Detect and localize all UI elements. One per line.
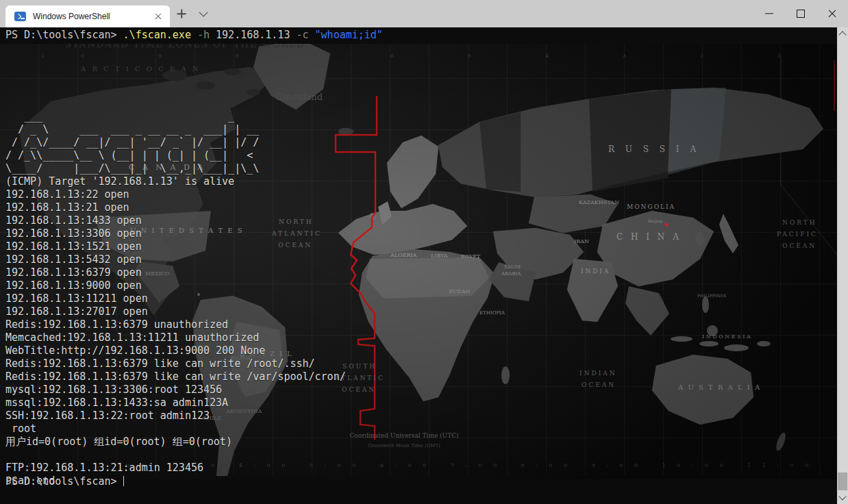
terminal-line: 192.168.1.13:22 open — [5, 188, 346, 201]
terminal-line: Redis:192.168.1.13:6379 unauthorized — [5, 318, 346, 331]
new-tab-button[interactable] — [173, 4, 190, 23]
terminal-line: 192.168.1.13:21 open — [5, 201, 346, 214]
terminal-line: 用户id=0(root) 组id=0(root) 组=0(root) — [5, 436, 346, 449]
terminal-line: 192.168.1.13:11211 open — [5, 292, 346, 305]
terminal-line: 192.168.1.13:1521 open — [5, 240, 346, 253]
terminal-output: ___ _ / _ \ ___ ___ _ __ __ _ ___| | __ … — [5, 71, 346, 488]
scroll-down-icon[interactable] — [837, 492, 848, 503]
terminal-line: / /_\/____/ __|/ __| '__/ _` |/ __| |/ / — [5, 136, 346, 149]
terminal-line: root — [5, 423, 346, 436]
close-button[interactable] — [816, 0, 848, 27]
terminal-line: 192.168.1.13:1433 open — [5, 214, 346, 227]
window-controls — [753, 0, 848, 27]
screen: { "titlebar": { "tab_title": "Windows Po… — [0, 0, 848, 504]
scrollbar-thumb[interactable] — [838, 473, 847, 490]
terminal-line: 192.168.1.13:9000 open — [5, 279, 346, 292]
maximize-button[interactable] — [785, 0, 816, 27]
terminal-line: 192.168.1.13:27017 open — [5, 305, 346, 318]
tab-dropdown-icon[interactable] — [195, 5, 212, 22]
tab-close-icon[interactable] — [151, 9, 166, 24]
titlebar[interactable]: Windows PowerShell — [0, 0, 848, 27]
terminal-line: Redis:192.168.1.13:6379 like can write /… — [5, 370, 346, 383]
terminal-line: / /_\\_____\__ \ (__| | | (_| | (__| < — [5, 149, 346, 162]
target-host: 192.168.1.13 — [216, 29, 290, 41]
flag-host: -h — [197, 29, 210, 41]
scroll-up-icon[interactable] — [837, 29, 848, 40]
terminal-line: 192.168.1.13:5432 open — [5, 253, 346, 266]
vertical-scrollbar[interactable] — [837, 27, 848, 504]
prompt-text: PS D:\tools\fscan> — [5, 29, 117, 41]
tab-title: Windows PowerShell — [33, 12, 151, 21]
terminal-line: mssql:192.168.1.13:1433:sa admin123A — [5, 396, 346, 410]
terminal-line: WebTitle:http://192.168.1.13:9000 200 No… — [5, 344, 346, 357]
terminal-line: 192.168.1.13:6379 open — [5, 266, 346, 279]
command-string-arg: "whoami;id" — [315, 29, 383, 41]
terminal-line: Redis:192.168.1.13:6379 like can write /… — [5, 357, 346, 370]
terminal-line: ___ _ — [5, 110, 346, 123]
text-cursor — [123, 476, 125, 486]
terminal-line: mysql:192.168.1.13:3306:root 123456 — [5, 383, 346, 396]
command-line[interactable]: PS D:\tools\fscan> .\fscan.exe -h 192.16… — [5, 29, 383, 42]
minimize-button[interactable] — [753, 0, 785, 27]
terminal-line: \____/ |___/\___|_| \__,_|\___|_|\_\ — [5, 162, 346, 175]
powershell-icon — [14, 12, 26, 21]
terminal-line: / _ \ ___ ___ _ __ __ _ ___| | __ — [5, 123, 346, 136]
terminal-line: (ICMP) Target '192.168.1.13' is alive — [5, 175, 346, 188]
terminal-line: Memcached:192.168.1.13:11211 unauthorize… — [5, 331, 346, 344]
terminal[interactable]: STANDARD TIME ZONES OF THE WORLD 10 9 8 … — [0, 27, 848, 504]
final-prompt-line: PS D:\tools\fscan> — [5, 449, 124, 504]
terminal-line: 192.168.1.13:3306 open — [5, 227, 346, 240]
command-executable: .\fscan.exe — [123, 29, 191, 41]
tab-windows-powershell[interactable]: Windows PowerShell — [5, 5, 170, 27]
terminal-line: SSH:192.168.1.13:22:root admin123 — [5, 410, 346, 423]
flag-cmd: -c — [296, 29, 308, 41]
final-prompt: PS D:\tools\fscan> — [5, 475, 117, 488]
